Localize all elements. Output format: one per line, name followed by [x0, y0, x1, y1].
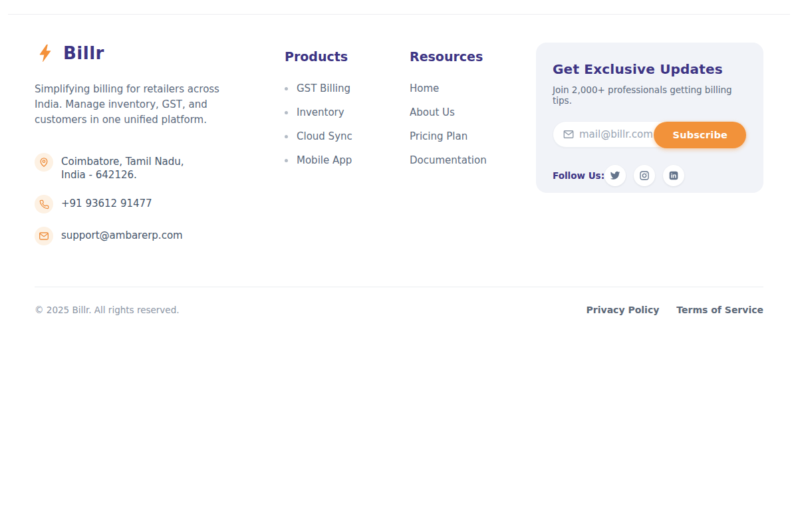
address-line-2: India - 642126. — [61, 169, 137, 181]
follow-row: Follow Us: — [553, 165, 747, 186]
bullet-icon — [285, 159, 288, 162]
contact-list: Coimbatore, Tamil Nadu, India - 642126. … — [35, 153, 242, 245]
phone-icon — [35, 195, 53, 213]
linkedin-icon[interactable] — [663, 165, 684, 186]
privacy-policy-link[interactable]: Privacy Policy — [587, 305, 660, 315]
bullet-icon — [285, 87, 288, 90]
subscribe-form: Subscribe — [553, 121, 747, 148]
bottom-bar: © 2025 Billr. All rights reserved. Priva… — [35, 287, 763, 315]
email-input[interactable] — [579, 128, 659, 140]
product-link-gst-billing[interactable]: GST Billing — [285, 82, 350, 94]
products-column: Products GST Billing Inventory Cloud Syn… — [285, 43, 368, 245]
bullet-icon — [285, 135, 288, 138]
newsletter-subtitle: Join 2,000+ professionals getting billin… — [553, 84, 747, 106]
terms-of-service-link[interactable]: Terms of Service — [676, 305, 763, 315]
product-link-cloud-sync[interactable]: Cloud Sync — [285, 130, 352, 142]
instagram-icon[interactable] — [634, 165, 655, 186]
address-line-1: Coimbatore, Tamil Nadu, — [61, 156, 184, 168]
brand-column: Billr Simplifying billing for retailers … — [35, 43, 242, 245]
newsletter-card: Get Exclusive Updates Join 2,000+ profes… — [536, 43, 763, 193]
brand-logo: Billr — [35, 43, 242, 64]
resources-column: Resources Home About Us Pricing Plan Doc… — [410, 43, 496, 245]
bullet-icon — [285, 111, 288, 114]
mail-input-icon — [563, 128, 575, 140]
brand-tagline: Simplifying billing for retailers across… — [35, 82, 242, 128]
products-title: Products — [285, 49, 368, 64]
contact-address: Coimbatore, Tamil Nadu, India - 642126. — [35, 153, 242, 182]
resource-link-documentation[interactable]: Documentation — [410, 154, 487, 166]
lightning-bolt-icon — [35, 43, 56, 64]
product-link-inventory[interactable]: Inventory — [285, 106, 344, 118]
resource-link-about-us[interactable]: About Us — [410, 106, 455, 118]
copyright-text: © 2025 Billr. All rights reserved. — [35, 305, 180, 315]
email-address: support@ambarerp.com — [61, 227, 183, 242]
envelope-icon — [35, 227, 53, 245]
twitter-icon[interactable] — [604, 165, 626, 186]
newsletter-title: Get Exclusive Updates — [553, 61, 747, 77]
contact-phone[interactable]: +91 93612 91477 — [35, 195, 242, 213]
product-link-mobile-app[interactable]: Mobile App — [285, 154, 352, 166]
location-pin-icon — [35, 153, 53, 172]
resources-title: Resources — [410, 49, 496, 64]
resource-link-pricing-plan[interactable]: Pricing Plan — [410, 130, 467, 142]
subscribe-button[interactable]: Subscribe — [654, 122, 746, 148]
footer: Billr Simplifying billing for retailers … — [35, 0, 763, 315]
resource-link-home[interactable]: Home — [410, 82, 439, 94]
brand-name: Billr — [63, 43, 104, 63]
contact-email[interactable]: support@ambarerp.com — [35, 227, 242, 245]
follow-us-label: Follow Us: — [553, 170, 604, 181]
phone-number: +91 93612 91477 — [61, 195, 152, 210]
